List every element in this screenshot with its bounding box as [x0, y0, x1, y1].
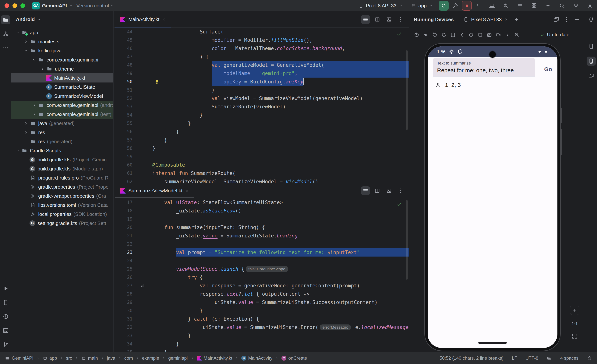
chevron-down-icon[interactable]	[14, 147, 21, 154]
chevron-down-icon[interactable]	[31, 56, 38, 63]
code-line-28[interactable]: 28 response.text?.let { outputContent ->	[114, 290, 409, 298]
code-line-26[interactable]: 26 try {	[114, 273, 409, 281]
code-line-52[interactable]: 52 val viewModel = SummarizeViewModel(ge…	[114, 94, 409, 102]
emulator-screenshot-icon[interactable]	[487, 32, 492, 38]
emulator-volume-icon[interactable]	[423, 32, 429, 38]
tree-item-summarizeuistate[interactable]: CSummarizeUiState	[11, 83, 113, 92]
code-line-21[interactable]: 21 _uiState.value = SummarizeUiState.Loa…	[114, 232, 409, 240]
split-editor-icon[interactable]	[374, 16, 380, 23]
macos-minimize-button[interactable]	[13, 3, 17, 8]
logcat-icon[interactable]	[2, 299, 9, 306]
emulator-power-icon[interactable]	[414, 32, 419, 38]
run-options-kebab-icon[interactable]	[475, 3, 480, 8]
emulator-rotate-right-icon[interactable]	[441, 32, 447, 38]
code-line-48[interactable]: 48 val generativeModel = GenerativeModel…	[114, 61, 409, 69]
editor-list-view-icon[interactable]	[362, 188, 369, 194]
chevron-right-icon[interactable]	[22, 129, 30, 136]
emulator-back-icon[interactable]	[459, 32, 465, 38]
settings-icon[interactable]	[573, 2, 579, 9]
editor-preview-icon[interactable]	[386, 16, 392, 23]
problems-icon[interactable]	[2, 313, 9, 320]
code-line-45[interactable]: 45 modifier = Modifier.fillMaxSize(),	[114, 36, 409, 44]
breadcrumb-item[interactable]: src	[66, 356, 72, 361]
code-line-50[interactable]: 50 apiKey = BuildConfig.apiKey	[114, 77, 409, 86]
stop-button[interactable]	[462, 1, 472, 11]
code-line-58[interactable]: 58}	[114, 144, 409, 153]
close-icon[interactable]	[185, 189, 189, 193]
inspections-ok-icon[interactable]	[396, 202, 402, 208]
code-line-22[interactable]: 22	[114, 240, 409, 248]
code-line-27[interactable]: 27 val response = generativeModel.genera…	[114, 281, 409, 290]
fit-screen-icon[interactable]	[572, 333, 578, 339]
code-line-31[interactable]: 31 } catch (e: Exception) {	[114, 315, 409, 323]
go-button[interactable]: Go	[544, 66, 552, 72]
rerun-button[interactable]	[439, 1, 449, 11]
project-widget[interactable]: GA GeminiAPI	[32, 2, 73, 9]
tree-item-java[interactable]: java(generated)	[11, 119, 113, 128]
tab-summarizeviewmodel[interactable]: SummarizeViewModel.kt	[115, 183, 194, 198]
readonly-lock-icon[interactable]	[587, 356, 592, 361]
intention-bulb-icon[interactable]	[154, 78, 160, 85]
code-line-56[interactable]: 56 }	[114, 128, 409, 136]
code-line-55[interactable]: 55 }	[114, 119, 409, 128]
breadcrumb-item[interactable]: MainActivity.kt	[197, 356, 232, 361]
macos-zoom-button[interactable]	[20, 3, 25, 8]
tree-item-proguard-rules-pro[interactable]: proguard-rules.pro(ProGuard R	[11, 173, 113, 182]
editor-more-icon[interactable]	[398, 16, 404, 23]
version-control-icon[interactable]	[2, 31, 9, 37]
chevron-down-icon[interactable]	[22, 47, 30, 54]
add-device-tab-icon[interactable]	[514, 17, 519, 22]
notifications-bell-icon[interactable]	[588, 16, 594, 22]
tree-item-settings-gradle-kts[interactable]: Gsettings.gradle.kts(Project Sett	[11, 219, 113, 228]
code-line-24[interactable]: 24	[114, 256, 409, 265]
plugins-icon[interactable]	[531, 2, 537, 9]
device-tab[interactable]: Pixel 8 API 33	[461, 11, 511, 28]
code-line-33[interactable]: 33 }	[114, 332, 409, 340]
inspections-ok-icon[interactable]	[396, 31, 402, 37]
close-icon[interactable]	[504, 18, 508, 21]
breadcrumb-item[interactable]: com	[124, 356, 133, 361]
code-line-17[interactable]: 17 val uiState: StateFlow<SummarizeUiSta…	[114, 198, 409, 207]
chevron-right-icon[interactable]	[31, 111, 38, 118]
editor-mainactivity[interactable]: 44 Surface(45 modifier = Modifier.fillMa…	[114, 28, 409, 183]
editor-scrollbar[interactable]	[406, 50, 408, 130]
emulator-fold-icon[interactable]	[450, 32, 456, 38]
editor-preview-icon[interactable]	[386, 188, 392, 194]
code-line-29[interactable]: 29 _uiState.value = SummarizeUiState.Suc…	[114, 298, 409, 307]
code-line-46[interactable]: 46 color = MaterialTheme.colorScheme.bac…	[114, 44, 409, 53]
tree-item-local-properties[interactable]: local.properties(SDK Location)	[11, 210, 113, 219]
code-line-18[interactable]: 18 _uiState.asStateFlow()	[114, 207, 409, 215]
tree-item-build-gradle-kts[interactable]: Gbuild.gradle.kts(Module :app)	[11, 164, 113, 173]
new-window-icon[interactable]	[553, 16, 559, 23]
device-selector[interactable]: Pixel 8 API 33	[358, 3, 403, 9]
chevron-right-icon[interactable]	[39, 65, 46, 72]
tree-item-gradle-wrapper-properties[interactable]: gradle-wrapper.properties(Gra	[11, 192, 113, 201]
code-line-23[interactable]: 23 val prompt = "Summarize the following…	[114, 248, 409, 256]
editor-list-view-icon[interactable]	[362, 16, 369, 23]
chevron-right-icon[interactable]	[22, 120, 30, 127]
tab-mainactivity[interactable]: MainActivity.kt	[115, 11, 171, 27]
indent-style[interactable]: 4 spaces	[560, 356, 578, 361]
editor-summarizeviewmodel[interactable]: 17 val uiState: StateFlow<SummarizeUiSta…	[114, 198, 409, 352]
code-line-61[interactable]: 61internal fun SummarizeRoute(	[114, 169, 409, 178]
code-line-34[interactable]: 34 }	[114, 340, 409, 348]
editor-scrollbar[interactable]	[406, 200, 408, 280]
code-line-53[interactable]: 53 SummarizeRoute(viewModel)	[114, 102, 409, 111]
tree-item-kotlin-java[interactable]: kotlin+java	[11, 46, 113, 55]
phone-screen[interactable]: 1:56 Text to summarize Repeat for me: on…	[428, 46, 558, 348]
code-line-62[interactable]: 62 summarizeViewModel: SummarizeViewMode…	[114, 178, 409, 183]
tree-item-mainactivity-kt[interactable]: MainActivity.kt	[11, 73, 113, 83]
breadcrumb-item[interactable]: app	[43, 356, 57, 361]
chevron-right-icon[interactable]	[31, 101, 38, 109]
zoom-in-button[interactable]	[570, 306, 579, 315]
code-line-30[interactable]: 30 }	[114, 307, 409, 315]
breadcrumb-item[interactable]: geminiapi	[168, 356, 188, 361]
project-view-selector[interactable]: Android	[11, 11, 113, 27]
hide-panel-icon[interactable]	[573, 16, 580, 23]
version-control-menu[interactable]: Version control	[76, 3, 114, 9]
close-icon[interactable]	[162, 18, 166, 21]
emulator-more-icon[interactable]	[505, 32, 510, 38]
code-line-54[interactable]: 54 }	[114, 111, 409, 119]
code-line-35[interactable]: 35 }	[114, 348, 409, 352]
project-structure-icon[interactable]	[489, 2, 495, 9]
